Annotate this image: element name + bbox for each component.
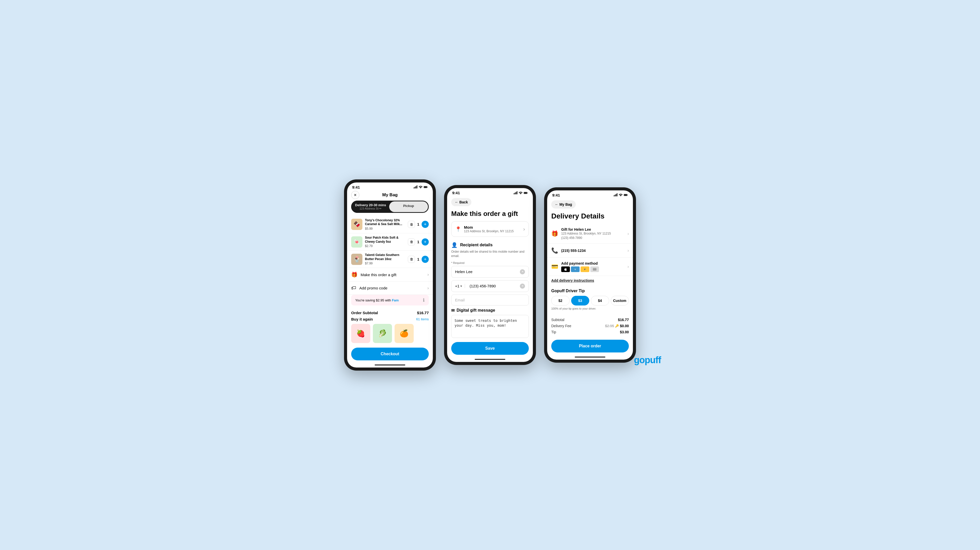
phone-input: +1 ∨ (123) 456-7890: [455, 284, 496, 288]
recipient-info: Mom 123 Address St, Brooklyn, NY 11215: [464, 225, 514, 233]
recipient-left: 📍 Mom 123 Address St, Brooklyn, NY 11215: [455, 225, 514, 233]
payment-chevron-icon: ›: [628, 264, 629, 269]
person-icon: 👤: [451, 242, 458, 248]
phone-chevron-icon: ›: [628, 248, 629, 253]
buy-again-count[interactable]: 61 items: [416, 317, 429, 321]
svg-rect-7: [514, 193, 514, 194]
recipient-details-desc: Order details will be shared to this mob…: [447, 249, 533, 260]
recipient-details-header: 👤 Recipient details: [447, 239, 533, 249]
recipient-details-title: Recipient details: [460, 243, 493, 247]
tip-btn-custom[interactable]: Custom: [611, 296, 629, 305]
gift-chevron-icon: ›: [428, 272, 429, 277]
gift-message-textarea[interactable]: Some sweet treats to brighten your day. …: [451, 315, 529, 338]
clear-phone-button[interactable]: ✕: [520, 283, 525, 289]
fam-label: Fam: [392, 298, 399, 302]
signal-icon-3: [614, 193, 617, 197]
email-field[interactable]: Email: [451, 294, 529, 305]
buy-again-item-2[interactable]: 🍊: [395, 324, 414, 343]
cart-item-controls-2: 🗑 1 +: [408, 256, 429, 263]
phone-number-left: 📞 (215) 555-1234: [551, 247, 586, 254]
country-code-chevron: ∨: [460, 284, 462, 288]
cart-item-name-2: Talenti Gelato Southern Butter Pecan 16o…: [365, 253, 408, 261]
gift-recipient-chevron-icon: ›: [628, 232, 629, 236]
home-indicator-3: [575, 356, 605, 358]
phone-number-row[interactable]: 📞 (215) 555-1234 ›: [547, 244, 633, 258]
add-item-0[interactable]: +: [422, 221, 429, 228]
country-code[interactable]: +1 ∨: [455, 284, 465, 288]
mybag-back-button[interactable]: ← My Bag: [551, 200, 576, 208]
gift-recipient-left: 🎁 Gift for Helen Lee 123 Address St, Bro…: [551, 227, 611, 240]
promo-row-left: 🏷 Add promo code: [351, 285, 387, 291]
place-order-button[interactable]: Place order: [551, 340, 629, 353]
svg-rect-17: [617, 194, 617, 197]
cart-item-2: 🍨 Talenti Gelato Southern Butter Pecan 1…: [347, 251, 433, 268]
tip-btn-4[interactable]: $4: [591, 296, 609, 305]
summary-subtotal-value: $16.77: [618, 318, 629, 322]
close-button[interactable]: ✕: [351, 191, 360, 199]
delete-item-0[interactable]: 🗑: [408, 221, 415, 228]
pickup-option[interactable]: Pickup: [389, 201, 428, 212]
promo-icon: 🏷: [351, 285, 356, 291]
gift-for-phone: (123) 456-7890: [561, 236, 611, 240]
tip-btn-2[interactable]: $2: [551, 296, 570, 305]
summary-delivery-label: Delivery Fee: [551, 324, 571, 328]
add-item-1[interactable]: +: [422, 238, 429, 245]
delete-item-1[interactable]: 🗑: [408, 238, 415, 245]
delivery-option[interactable]: Delivery 20-30 mins 123 Address St ✏: [351, 200, 390, 213]
svg-rect-15: [615, 195, 616, 197]
savings-prefix: You're saving $2.95 with: [355, 298, 392, 302]
clear-name-button[interactable]: ✕: [520, 269, 525, 274]
delivery-instructions-link[interactable]: Add delivery instructions: [547, 276, 633, 285]
save-button[interactable]: Save: [451, 342, 529, 355]
svg-rect-13: [524, 192, 527, 194]
location-icon: 📍: [455, 226, 461, 232]
buy-again-item-0[interactable]: 🍓: [351, 324, 370, 343]
phone-gift-order: 9:41 ← Back Make this order a gift 📍 Mom: [444, 185, 536, 365]
buy-again-item-1[interactable]: 🥬: [373, 324, 392, 343]
mybag-btn-row: ← My Bag: [547, 198, 633, 210]
svg-rect-8: [515, 192, 515, 194]
paypal-icon: P: [581, 267, 589, 272]
savings-banner: You're saving $2.95 with Fam ℹ: [351, 295, 429, 305]
home-indicator-2: [475, 359, 505, 360]
gift-row-left: 🎁 Make this order a gift: [351, 272, 396, 278]
status-bar-2: 9:41: [447, 188, 533, 196]
full-name-field[interactable]: Helen Lee ✕: [451, 266, 529, 278]
battery-icon-3: [624, 193, 628, 197]
svg-rect-1: [415, 187, 415, 189]
status-bar-1: 9:41: [347, 183, 433, 191]
recipient-card[interactable]: 📍 Mom 123 Address St, Brooklyn, NY 11215…: [451, 221, 529, 237]
svg-rect-12: [527, 192, 528, 193]
svg-rect-22: [593, 269, 597, 269]
page-wrapper: 9:41 ✕ My Bag Delivery 20-30 mins 123 Ad…: [311, 180, 669, 371]
payment-method-row[interactable]: 💳 Add payment method V P: [547, 258, 633, 276]
delete-item-2[interactable]: 🗑: [408, 256, 415, 263]
cart-item-controls-1: 🗑 1 +: [408, 238, 429, 245]
checkout-button[interactable]: Checkout: [351, 348, 429, 360]
payment-left: 💳 Add payment method V P: [551, 261, 599, 272]
tip-btn-3[interactable]: $3: [571, 296, 590, 305]
cart-item-img-1: 🍬: [351, 236, 363, 248]
gift-recipient-row[interactable]: 🎁 Gift for Helen Lee 123 Address St, Bro…: [547, 224, 633, 244]
delivery-fee-row: Delivery Fee $2.95 🔑 $0.00: [551, 323, 629, 329]
delivery-label: Delivery 20-30 mins: [354, 203, 387, 207]
qty-0: 1: [417, 222, 420, 226]
cart-item-img-0: 🍫: [351, 219, 363, 230]
svg-rect-0: [414, 188, 414, 189]
cart-item-name-0: Tony's Chocoloney 32% Caramel & Sea Salt…: [365, 218, 408, 226]
recipient-address: 123 Address St, Brooklyn, NY 11215: [464, 229, 514, 233]
promo-code-row[interactable]: 🏷 Add promo code ›: [347, 281, 433, 295]
phone3-screen: 9:41 ← My Bag Delivery Details 🎁 Gift fo: [547, 191, 633, 360]
time-1: 9:41: [352, 185, 360, 189]
gift-order-row[interactable]: 🎁 Make this order a gift ›: [347, 268, 433, 281]
phone-icon: 📞: [551, 247, 558, 254]
add-item-2[interactable]: +: [422, 256, 429, 263]
mobile-field[interactable]: +1 ∨ (123) 456-7890 ✕: [451, 280, 529, 292]
cart-item-name-1: Sour Patch Kids Soft & Chewy Candy 5oz: [365, 236, 408, 244]
delivery-address: 123 Address St ✏: [354, 207, 387, 210]
back-button[interactable]: ← Back: [451, 198, 471, 206]
required-label: * Required: [447, 260, 533, 266]
svg-rect-9: [516, 192, 517, 194]
gift-message-section: ✉ Digital gift message Some sweet treats…: [447, 308, 533, 339]
order-summary: Subtotal $16.77 Delivery Fee $2.95 🔑 $0.…: [547, 314, 633, 338]
